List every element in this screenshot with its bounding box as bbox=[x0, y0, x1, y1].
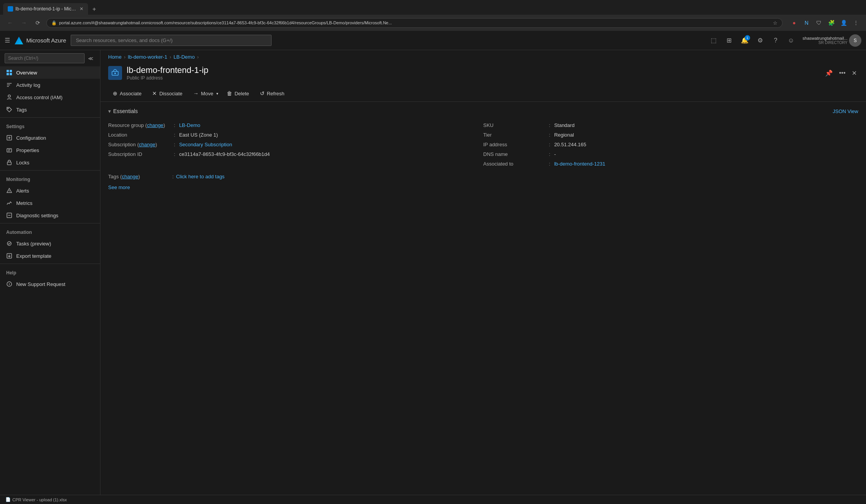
feedback-button[interactable]: ☺ bbox=[784, 34, 798, 47]
breadcrumb-worker[interactable]: lb-demo-worker-1 bbox=[128, 54, 167, 60]
sidebar-item-access-control[interactable]: Access control (IAM) bbox=[0, 91, 100, 103]
bookmark-icon[interactable]: ☆ bbox=[773, 20, 778, 26]
dns-name-value: - bbox=[554, 151, 556, 157]
sidebar-collapse-button[interactable]: ≪ bbox=[86, 54, 95, 63]
main-content: ▾ Essentials JSON View Resource group (c… bbox=[100, 102, 866, 495]
tags-change-link[interactable]: change bbox=[122, 174, 138, 179]
add-tags-link[interactable]: Click here to add tags bbox=[176, 174, 225, 179]
delete-button[interactable]: 🗑 Delete bbox=[222, 88, 254, 98]
help-button[interactable]: ? bbox=[769, 34, 783, 47]
sidebar-item-properties[interactable]: Properties bbox=[0, 144, 100, 156]
pin-button[interactable]: 📌 bbox=[824, 68, 834, 78]
section-header-monitoring: Monitoring bbox=[0, 172, 100, 184]
sidebar-item-tasks[interactable]: Tasks (preview) bbox=[0, 237, 100, 250]
extensions-button[interactable]: ● bbox=[789, 17, 800, 28]
overview-icon bbox=[6, 69, 12, 76]
essentials-grid: Resource group (change) : LB-Demo Locati… bbox=[108, 120, 858, 169]
svg-rect-10 bbox=[7, 149, 12, 152]
sidebar-item-tags[interactable]: Tags bbox=[0, 103, 100, 116]
shield-button[interactable]: 🛡 bbox=[813, 17, 824, 28]
see-more-link[interactable]: See more bbox=[108, 184, 130, 190]
essentials-collapse-button[interactable]: ▾ bbox=[108, 108, 111, 114]
azure-header: ☰ Microsoft Azure ⬚ ⊞ 🔔 1 ⚙ ? ☺ shaswatr… bbox=[0, 31, 866, 50]
sidebar-item-label-iam: Access control (IAM) bbox=[16, 95, 63, 100]
sidebar-divider-1 bbox=[0, 117, 100, 118]
alerts-icon bbox=[6, 188, 12, 194]
section-header-settings: Settings bbox=[0, 119, 100, 132]
more-menu[interactable]: ⋮ bbox=[851, 17, 861, 28]
n-extension-button[interactable]: N bbox=[801, 17, 812, 28]
portal-settings-button[interactable]: ⊞ bbox=[722, 34, 736, 47]
tier-label: Tier bbox=[483, 132, 545, 138]
tags-row: Tags (change) : Click here to add tags bbox=[108, 172, 858, 181]
sep: : bbox=[549, 142, 550, 147]
sidebar-search-container: ≪ bbox=[0, 50, 100, 66]
json-view-link[interactable]: JSON View bbox=[833, 108, 858, 114]
subscription-change-link[interactable]: change bbox=[139, 142, 155, 147]
close-resource-button[interactable]: ✕ bbox=[850, 68, 858, 78]
essentials-row-dns-name: DNS name : - bbox=[483, 149, 858, 159]
notifications-button[interactable]: 🔔 1 bbox=[738, 34, 752, 47]
forward-button[interactable]: → bbox=[19, 17, 29, 28]
address-bar[interactable]: 🔒 portal.azure.com/#@shaswatrungtahotmai… bbox=[46, 18, 783, 28]
sidebar-item-metrics[interactable]: Metrics bbox=[0, 197, 100, 209]
extensions-menu[interactable]: 🧩 bbox=[826, 17, 837, 28]
sidebar-item-diagnostic-settings[interactable]: Diagnostic settings bbox=[0, 209, 100, 222]
dissociate-label: Dissociate bbox=[159, 91, 182, 96]
refresh-button[interactable]: ↺ Refresh bbox=[255, 88, 289, 98]
delete-icon: 🗑 bbox=[227, 90, 232, 96]
activity-log-icon bbox=[6, 82, 12, 88]
azure-logo: Microsoft Azure bbox=[15, 36, 66, 45]
settings-button[interactable]: ⚙ bbox=[753, 34, 767, 47]
profile-button[interactable]: 👤 bbox=[838, 17, 849, 28]
breadcrumb-demo[interactable]: LB-Demo bbox=[173, 54, 195, 60]
tasks-icon bbox=[6, 240, 12, 247]
bottom-bar: 📄 CPR Viewer - upload (1).xlsx bbox=[0, 495, 866, 504]
new-tab-button[interactable]: + bbox=[89, 4, 100, 15]
resource-group-link[interactable]: LB-Demo bbox=[179, 122, 200, 128]
dissociate-button[interactable]: ✕ Dissociate bbox=[148, 88, 187, 98]
sep: : bbox=[174, 132, 175, 138]
toolbar: ⊕ Associate ✕ Dissociate → Move ▾ 🗑 Dele… bbox=[100, 85, 866, 102]
essentials-row-tier: Tier : Regional bbox=[483, 130, 858, 140]
tier-value: Regional bbox=[554, 132, 574, 138]
sidebar-item-configuration[interactable]: Configuration bbox=[0, 132, 100, 144]
location-value: East US (Zone 1) bbox=[179, 132, 218, 138]
associate-button[interactable]: ⊕ Associate bbox=[108, 88, 146, 98]
sidebar-item-alerts[interactable]: Alerts bbox=[0, 184, 100, 197]
sep: : bbox=[174, 142, 175, 147]
cloud-shell-button[interactable]: ⬚ bbox=[707, 34, 721, 47]
sidebar-item-overview[interactable]: Overview bbox=[0, 66, 100, 79]
user-avatar[interactable]: S bbox=[849, 34, 861, 47]
move-icon: → bbox=[193, 90, 199, 96]
azure-search[interactable] bbox=[71, 35, 272, 46]
more-actions-button[interactable]: ••• bbox=[837, 68, 847, 78]
locks-icon bbox=[6, 159, 12, 166]
move-button[interactable]: → Move ▾ bbox=[188, 88, 221, 98]
tags-icon bbox=[6, 107, 12, 113]
search-input[interactable] bbox=[71, 35, 272, 46]
reload-button[interactable]: ⟳ bbox=[32, 17, 43, 28]
sidebar-item-label-configuration: Configuration bbox=[16, 135, 46, 141]
sidebar-divider-3 bbox=[0, 223, 100, 223]
breadcrumb-home[interactable]: Home bbox=[108, 54, 122, 60]
associated-to-link[interactable]: lb-demo-frontend-1231 bbox=[554, 161, 605, 167]
sidebar-item-label-overview: Overview bbox=[16, 70, 37, 76]
sidebar-item-support[interactable]: New Support Request bbox=[0, 278, 100, 290]
associated-to-label: Associated to bbox=[483, 161, 545, 167]
subscription-link[interactable]: Secondary Subscription bbox=[179, 142, 232, 147]
sidebar-item-export-template[interactable]: Export template bbox=[0, 250, 100, 262]
back-button[interactable]: ← bbox=[5, 17, 15, 28]
svg-rect-13 bbox=[7, 162, 11, 165]
hamburger-menu[interactable]: ☰ bbox=[5, 37, 10, 44]
resource-group-change-link[interactable]: change bbox=[147, 122, 163, 128]
sidebar-item-locks[interactable]: Locks bbox=[0, 156, 100, 169]
tab-close-button[interactable]: ✕ bbox=[80, 6, 83, 12]
ip-address-value: 20.51.244.165 bbox=[554, 142, 586, 147]
sidebar-search-input[interactable] bbox=[5, 53, 85, 63]
svg-point-5 bbox=[8, 95, 10, 97]
browser-tab-active[interactable]: lb-demo-frontend-1-ip - Micros... ✕ bbox=[3, 3, 88, 15]
tags-value: Click here to add tags bbox=[176, 174, 225, 179]
bottom-bar-file[interactable]: 📄 CPR Viewer - upload (1).xlsx bbox=[3, 497, 69, 502]
sidebar-item-activity-log[interactable]: Activity log bbox=[0, 79, 100, 91]
